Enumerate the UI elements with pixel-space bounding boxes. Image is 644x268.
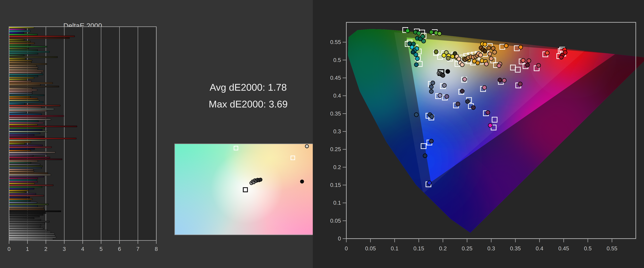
measured-point-marker — [305, 144, 309, 148]
cie-measured-circle — [457, 57, 461, 61]
cie-y-tick-label: 0.5 — [333, 57, 341, 63]
cie-uv-svg: 00.050.10.150.20.250.30.350.40.450.50.55… — [346, 22, 636, 239]
cie-y-tick-label: 0 — [338, 235, 341, 242]
deltae-x-tick-label: 3 — [63, 246, 66, 252]
deltae-x-tick-label: 0 — [8, 246, 10, 252]
cie-measured-circle — [446, 56, 450, 60]
deltae-x-tick-label: 1 — [26, 246, 29, 252]
cie-measured-circle — [456, 102, 460, 106]
cie-x-tick-label: 0.5 — [584, 245, 592, 251]
cie-x-tick-label: 0.1 — [391, 245, 398, 251]
cie-measured-circle — [504, 44, 508, 48]
cie-x-tick-label: 0.3 — [487, 245, 495, 251]
deltae-x-tick-label: 8 — [155, 246, 158, 252]
deltae-x-tick-label: 5 — [100, 246, 103, 252]
reference-square-marker — [290, 155, 295, 160]
cie-measured-circle — [460, 63, 464, 67]
cie-measured-circle — [429, 85, 433, 89]
cie-measured-circle — [521, 59, 525, 63]
cie-measured-circle — [445, 94, 449, 98]
avg-de2000-label: Avg dE2000: 1.78 — [181, 79, 315, 96]
cie-measured-circle — [483, 42, 487, 46]
cie-measured-circle — [438, 32, 442, 36]
cie-measured-circle — [429, 30, 433, 34]
cie-measured-circle — [422, 39, 426, 43]
cie-measured-circle — [502, 78, 506, 82]
cie-measured-circle — [463, 77, 467, 81]
cie-measured-circle — [430, 115, 434, 119]
cie-measured-circle — [527, 59, 531, 63]
cie-measured-circle — [497, 64, 501, 68]
deltae-bar-plot: 012345678 — [9, 27, 156, 240]
cie-measured-circle — [486, 111, 490, 115]
cie-x-tick-label: 0.2 — [439, 245, 447, 251]
measured-point-marker — [300, 179, 304, 183]
reference-square-marker — [234, 146, 238, 150]
cie-measured-circle — [427, 181, 431, 185]
cie-x-tick-label: 0.05 — [365, 245, 376, 251]
cie-measured-circle — [429, 90, 433, 94]
deltae-bar-svg: 012345678 — [9, 27, 156, 240]
cie-y-tick-label: 0.45 — [330, 75, 341, 81]
cie-x-tick-label: 0.15 — [414, 245, 424, 251]
ab-plane-gamut-chart — [174, 144, 319, 235]
deltae-x-tick-label: 7 — [136, 246, 139, 252]
cie-measured-circle — [479, 53, 483, 57]
cie-measured-circle — [519, 45, 523, 49]
deltae-x-tick-label: 4 — [81, 246, 84, 252]
cie-measured-circle — [434, 50, 438, 54]
cie-x-tick-label: 0.45 — [558, 245, 569, 251]
cie-y-tick-label: 0.15 — [330, 182, 341, 188]
reference-square-dark-marker — [243, 187, 248, 192]
cie-y-tick-label: 0.1 — [333, 200, 341, 206]
cie-measured-circle — [414, 63, 418, 67]
cie-measured-circle — [476, 61, 480, 65]
cie-measured-circle — [536, 63, 540, 67]
cie-uv-plot: 00.050.10.150.20.250.30.350.40.450.50.55… — [346, 22, 636, 239]
cie-y-tick-label: 0.4 — [333, 93, 341, 99]
cie-measured-circle — [410, 45, 414, 49]
cie-y-tick-label: 0.35 — [330, 111, 341, 117]
cie-measured-circle — [488, 52, 492, 56]
cie-y-tick-label: 0.55 — [330, 39, 341, 45]
cie-measured-circle — [488, 123, 492, 127]
cie-measured-circle — [545, 51, 549, 55]
cie-measured-circle — [408, 42, 412, 46]
cie-x-tick-label: 0.4 — [536, 245, 544, 251]
cie-measured-circle — [431, 81, 435, 85]
cie-measured-circle — [466, 99, 470, 103]
cie-measured-circle — [442, 53, 446, 58]
cie-measured-circle — [498, 78, 502, 82]
cie-y-tick-label: 0.05 — [330, 218, 341, 224]
measured-point-marker — [258, 178, 262, 181]
cie-x-tick-label: 0 — [345, 245, 348, 251]
cie-measured-circle — [559, 55, 563, 59]
cie-measured-circle — [438, 93, 442, 97]
cie-measured-circle — [482, 86, 486, 90]
cie-measured-circle — [471, 105, 475, 110]
cie-measured-circle — [491, 46, 495, 50]
cie-measured-circle — [423, 154, 427, 158]
cie-y-tick-label: 0.3 — [333, 128, 341, 135]
cie-measured-circle — [526, 63, 530, 67]
summary-stats: Avg dE2000: 1.78 Max dE2000: 3.69 — [181, 79, 315, 113]
cie-measured-circle — [483, 49, 487, 53]
cie-y-tick-label: 0.2 — [333, 164, 341, 170]
cie-measured-circle — [442, 84, 446, 88]
cie-measured-circle — [441, 73, 445, 77]
cie-measured-circle — [414, 53, 418, 57]
deltae-x-tick-label: 6 — [118, 246, 121, 252]
cie-x-tick-label: 0.25 — [462, 245, 472, 251]
cie-x-tick-label: 0.35 — [510, 245, 521, 251]
cie-measured-circle — [414, 113, 418, 117]
cie-measured-circle — [406, 29, 410, 33]
cie-measured-circle — [484, 62, 488, 66]
cie-measured-circle — [487, 46, 491, 50]
cie-measured-circle — [451, 54, 455, 59]
cie-measured-circle — [446, 70, 450, 74]
max-de2000-label: Max dE2000: 3.69 — [181, 96, 315, 113]
cie-measured-circle — [415, 57, 419, 61]
cie-x-tick-label: 0.55 — [606, 245, 617, 251]
cie-measured-circle — [518, 82, 522, 86]
cie-measured-circle — [429, 139, 433, 143]
